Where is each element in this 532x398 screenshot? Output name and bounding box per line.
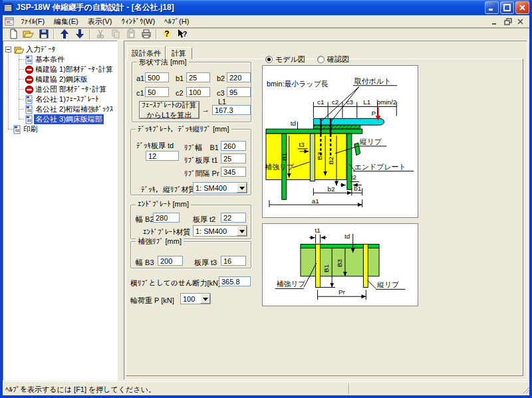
no-entry-icon (25, 75, 34, 84)
rib-spacing-input[interactable]: 345 (221, 167, 246, 177)
cut-button-disabled[interactable] (92, 28, 108, 41)
tree-item-kyokenkyo-1[interactable]: 橋建協 1)部材ﾃﾞｰﾀ･計算 (25, 64, 114, 74)
menu-bar: ﾌｧｲﾙ(F) 編集(E) 表示(V) ｳｨﾝﾄﾞｳ(W) ﾍﾙﾌﾟ(H) (3, 15, 529, 28)
a1-input[interactable]: 500 (145, 72, 169, 82)
radio-model-label: モデル図 (275, 54, 305, 64)
chevron-down-icon[interactable] (237, 226, 247, 236)
tab-calculation[interactable]: 計算 (166, 47, 192, 59)
dim-B1: B1 (281, 152, 288, 161)
plan-diagram: t1 td B1 B3 補強リブ 縦リブ Pr (263, 224, 418, 306)
tree-item-meikosha-1[interactable]: 名公社 1)ﾌｪｰｽﾌﾟﾚｰﾄ (25, 94, 100, 104)
c3-input[interactable]: 95 (227, 87, 251, 97)
maximize-button[interactable] (500, 1, 514, 14)
toolbar: ? ? (3, 28, 529, 41)
c1-input[interactable]: 50 (145, 87, 169, 97)
c2-input[interactable]: 100 (186, 87, 210, 97)
radio-model-view[interactable]: モデル図 (265, 54, 305, 64)
group-shape-dimensions: 形状寸法 [mm] a1 500 b1 25 b2 220 c1 50 c2 1… (132, 62, 251, 122)
copy-button-disabled[interactable] (108, 28, 123, 41)
dim-B2: B2 (327, 156, 334, 165)
tree-guide-line (19, 69, 24, 70)
tree-root-input-data[interactable]: 入力ﾃﾞｰﾀ (14, 45, 57, 54)
endplate-width-input[interactable]: 280 (153, 213, 180, 223)
move-up-button[interactable] (57, 28, 72, 41)
longitudinal-rib-callout: 縦リブ (359, 138, 382, 146)
menu-help[interactable]: ﾍﾙﾌﾟ(H) (160, 16, 194, 27)
dim-L1: L1 (363, 98, 371, 106)
dim-c3: c3 (346, 98, 354, 106)
document-icon (25, 115, 34, 124)
open-file-button[interactable] (21, 28, 36, 41)
tree-item-dokodan[interactable]: 道公団 部材ﾃﾞｰﾀ･計算 (25, 84, 108, 94)
tree-item-kyokenkyo-2[interactable]: 橋建協 2)鋼床版 (25, 74, 89, 84)
tree-item-meikosha-3-selected[interactable]: 名公社 3)鋼床版端部 (25, 114, 104, 124)
new-document-button[interactable] (5, 28, 21, 41)
close-button[interactable] (515, 1, 529, 14)
c1-label: c1 (136, 89, 144, 97)
menu-view[interactable]: 表示(V) (83, 15, 117, 28)
face-plate (313, 118, 384, 125)
mdi-minimize-button[interactable] (490, 17, 500, 26)
shear-force-output[interactable]: 365.8 (219, 276, 251, 286)
tree-item-meikosha-2[interactable]: 名公社 2)桁端補強ﾎﾞｯｸｽ (25, 104, 114, 114)
rib-thickness-input[interactable]: 25 (221, 153, 246, 163)
mdi-restore-icon (504, 18, 512, 25)
arrow-up-icon (59, 29, 70, 39)
dim-B3: B3 (316, 151, 323, 160)
paste-button-disabled[interactable] (123, 28, 138, 41)
deck-thickness-input[interactable]: 12 (146, 151, 179, 161)
mdi-window-controls (490, 17, 529, 26)
menu-window[interactable]: ｳｨﾝﾄﾞｳ(W) (116, 16, 160, 27)
move-down-button[interactable] (72, 28, 87, 41)
tree-item-label: 名公社 1)ﾌｪｰｽﾌﾟﾚｰﾄ (34, 94, 100, 104)
print-button[interactable] (138, 28, 154, 41)
dim-B1: B1 (323, 264, 330, 272)
tree-guide-line (8, 52, 9, 129)
c2-label: c2 (176, 89, 184, 97)
dim-B3: B3 (336, 259, 343, 268)
context-help-button[interactable]: ? (174, 28, 190, 41)
b2-input[interactable]: 220 (227, 72, 251, 82)
menu-file[interactable]: ﾌｧｲﾙ(F) (16, 16, 49, 27)
rib-t3-input[interactable]: 16 (221, 256, 246, 266)
reinforcing-rib-plate (310, 134, 315, 181)
dim-td: td (344, 233, 350, 240)
no-entry-icon (25, 65, 34, 74)
deck-material-label: ﾃﾞｯｷ，縦ﾘﾌﾞ材質 (141, 185, 196, 195)
minimize-button[interactable] (485, 1, 499, 14)
save-button[interactable] (36, 28, 51, 41)
tree-guide-line (19, 119, 24, 120)
tree-item-label: 道公団 部材ﾃﾞｰﾀ･計算 (34, 84, 108, 94)
endplate-material-select[interactable]: 1: SM400 (193, 225, 247, 237)
mdi-restore-button[interactable] (503, 17, 513, 26)
wheel-load-value: 100 (183, 295, 195, 303)
rib-spacing-label: ﾘﾌﾞ間隔 Pr (184, 169, 219, 179)
resize-grip-icon[interactable] (521, 385, 531, 394)
chevron-down-icon[interactable] (200, 294, 210, 304)
menu-edit[interactable]: 編集(E) (49, 15, 83, 28)
shear-force-label: 横ﾘﾌﾞとしてのせん断力[kN] (130, 278, 220, 288)
help-button[interactable]: ? (159, 28, 174, 41)
wheel-load-select[interactable]: 100 (180, 293, 211, 304)
chevron-down-icon[interactable] (237, 183, 247, 193)
mdi-close-button[interactable] (515, 17, 525, 26)
tree-item-print[interactable]: 印刷 (13, 124, 39, 134)
tree-collapse-toggle[interactable] (5, 47, 11, 52)
calc-l1-button[interactable]: ﾌｪｰｽﾌﾟﾚｰﾄの計算 からL1を算出 (139, 101, 200, 119)
l1-output[interactable]: 167.3 (212, 105, 251, 115)
tree-item-label: 基本条件 (34, 54, 66, 64)
deck-material-select[interactable]: 1: SM400 (193, 182, 247, 193)
endplate-thickness-input[interactable]: 22 (221, 213, 246, 223)
wheel-load-label: 輪荷重 P [kN] (130, 296, 174, 306)
radio-confirm-view[interactable]: 確認図 (317, 54, 349, 64)
rib-width-input[interactable]: 260 (221, 141, 246, 151)
b1-input[interactable]: 25 (186, 72, 210, 82)
close-icon (519, 4, 526, 11)
tab-design-conditions[interactable]: 設計条件 (127, 46, 166, 59)
rib-b3-input[interactable]: 200 (158, 256, 183, 266)
dim-c2: c2 (332, 98, 339, 106)
endplate-material-value: 1: SM400 (196, 227, 227, 235)
tree-item-basic-conditions[interactable]: 基本条件 (25, 54, 66, 64)
mdi-minimize-icon (491, 18, 499, 25)
main-panel: 設計条件 計算 形状寸法 [mm] a1 500 b1 25 b2 220 c1… (124, 41, 527, 380)
